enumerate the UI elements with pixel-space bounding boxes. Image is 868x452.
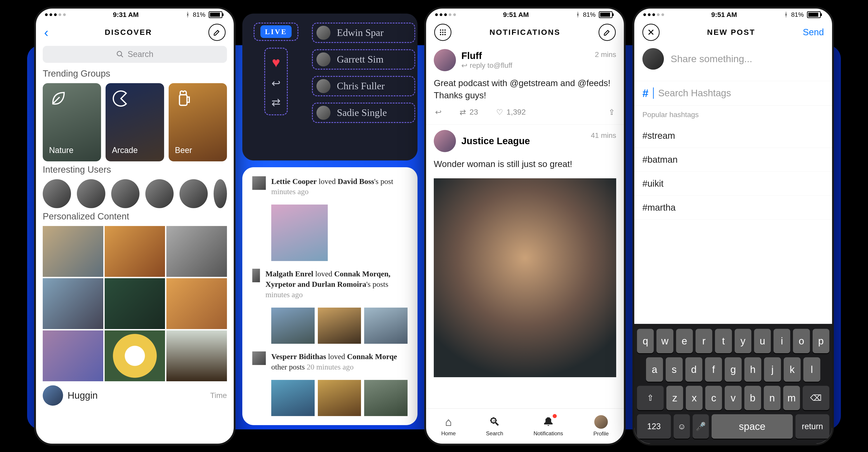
feed-image[interactable]: [318, 380, 361, 416]
search-input[interactable]: Search: [43, 46, 227, 63]
tab-notifications[interactable]: 🔔︎Notifications: [533, 415, 563, 437]
content-tile[interactable]: [43, 226, 103, 277]
battery-pct: 81%: [583, 11, 596, 18]
like-button[interactable]: ♡1,392: [496, 107, 526, 117]
feed-row[interactable]: Malgath Enrel loved Connak Morqen, Xyrpe…: [252, 269, 408, 300]
live-user-row[interactable]: Sadie Single: [312, 103, 415, 123]
key-u[interactable]: u: [754, 329, 771, 353]
repost-count: 23: [469, 107, 478, 117]
group-card-nature[interactable]: Nature: [43, 83, 101, 161]
key-a[interactable]: a: [646, 357, 663, 382]
repost-icon[interactable]: ⇄: [272, 96, 281, 108]
feed-row[interactable]: Lettie Cooper loved David Boss's postmin…: [252, 176, 408, 197]
user-name[interactable]: Justice League: [461, 136, 530, 147]
compose-row[interactable]: Share something...: [634, 44, 832, 81]
reply-icon[interactable]: ↩: [272, 77, 281, 90]
list-item-user[interactable]: Huggin Time: [36, 385, 234, 406]
content-tile[interactable]: [166, 226, 227, 277]
key-v[interactable]: v: [725, 386, 741, 410]
key-o[interactable]: o: [793, 329, 810, 353]
hashtag-item[interactable]: #martha: [634, 196, 832, 220]
key-return[interactable]: return: [796, 414, 829, 439]
avatar[interactable]: [77, 179, 105, 208]
key-t[interactable]: t: [715, 329, 732, 353]
key-g[interactable]: g: [725, 357, 742, 382]
key-n[interactable]: n: [764, 386, 780, 410]
content-tile[interactable]: [105, 278, 165, 329]
key-l[interactable]: l: [803, 357, 820, 382]
avatar[interactable]: [145, 179, 174, 208]
post-image[interactable]: [434, 178, 616, 377]
key-mic[interactable]: 🎤: [692, 414, 709, 439]
avatar[interactable]: [214, 179, 227, 208]
content-tile[interactable]: [166, 330, 227, 381]
send-button[interactable]: Send: [803, 27, 824, 37]
avatar[interactable]: [43, 179, 71, 208]
key-f[interactable]: f: [705, 357, 722, 382]
key-p[interactable]: p: [813, 329, 829, 353]
home-icon: ⌂: [445, 415, 452, 428]
key-q[interactable]: q: [637, 329, 654, 353]
hashtag-item[interactable]: #uikit: [634, 172, 832, 196]
key-i[interactable]: i: [774, 329, 790, 353]
hashtag-item[interactable]: #batman: [634, 148, 832, 172]
reply-button[interactable]: ↩: [435, 107, 441, 117]
live-user-row[interactable]: Chris Fuller: [312, 76, 415, 96]
feed-image[interactable]: [364, 380, 408, 416]
repost-button[interactable]: ⇄23: [460, 107, 478, 117]
heart-icon[interactable]: ♥: [272, 55, 280, 70]
hashtag-item[interactable]: #stream: [634, 124, 832, 148]
group-card-arcade[interactable]: Arcade: [105, 83, 164, 161]
avatar[interactable]: [180, 179, 208, 208]
avatar: [252, 176, 266, 190]
content-tile[interactable]: [166, 278, 227, 329]
feed-image[interactable]: [364, 308, 408, 344]
key-z[interactable]: z: [666, 386, 683, 410]
content-tile[interactable]: [105, 226, 165, 277]
key-b[interactable]: b: [744, 386, 761, 410]
user-name[interactable]: Fluff: [461, 51, 512, 61]
tab-search[interactable]: 🔍︎Search: [486, 415, 503, 437]
feed-image[interactable]: [271, 380, 315, 416]
group-card-beer[interactable]: Beer: [168, 83, 227, 161]
avatar[interactable]: [111, 179, 140, 208]
content-tile[interactable]: [43, 330, 103, 381]
key-emoji[interactable]: ☺: [674, 414, 690, 439]
key-h[interactable]: h: [744, 357, 761, 382]
close-button[interactable]: ✕: [643, 24, 659, 41]
key-m[interactable]: m: [783, 386, 800, 410]
key-d[interactable]: d: [685, 357, 702, 382]
live-user-row[interactable]: Edwin Spar: [312, 23, 415, 43]
key-r[interactable]: r: [695, 329, 712, 353]
key-y[interactable]: y: [735, 329, 751, 353]
feed-image[interactable]: [271, 308, 315, 344]
compose-button[interactable]: [209, 24, 225, 41]
hashtag-search-input[interactable]: # Search Hashtags: [634, 81, 832, 105]
key-shift[interactable]: ⇧: [637, 386, 664, 410]
key-s[interactable]: s: [666, 357, 683, 382]
content-tile[interactable]: [105, 330, 165, 381]
live-user-row[interactable]: Garrett Sim: [312, 49, 415, 70]
key-w[interactable]: w: [656, 329, 673, 353]
avatar[interactable]: [434, 130, 456, 152]
feed-row[interactable]: Vesperr Bidithas loved Connak Morqeother…: [252, 351, 408, 372]
feed-image[interactable]: [271, 204, 328, 261]
apps-button[interactable]: [434, 24, 452, 41]
key-j[interactable]: j: [764, 357, 781, 382]
compose-button[interactable]: [598, 24, 616, 41]
back-button[interactable]: ‹: [44, 25, 49, 40]
live-badge: LIVE: [254, 23, 298, 41]
key-delete[interactable]: ⌫: [803, 386, 829, 410]
tab-home[interactable]: ⌂Home: [441, 415, 456, 437]
feed-image[interactable]: [318, 308, 361, 344]
key-k[interactable]: k: [784, 357, 801, 382]
key-c[interactable]: c: [705, 386, 722, 410]
key-space[interactable]: space: [712, 414, 793, 439]
content-tile[interactable]: [43, 278, 103, 329]
share-button[interactable]: ⇪: [609, 107, 615, 117]
avatar[interactable]: [434, 49, 456, 71]
tab-profile[interactable]: Profile: [593, 415, 609, 437]
key-e[interactable]: e: [676, 329, 693, 353]
key-x[interactable]: x: [686, 386, 703, 410]
key-numbers[interactable]: 123: [637, 414, 671, 439]
